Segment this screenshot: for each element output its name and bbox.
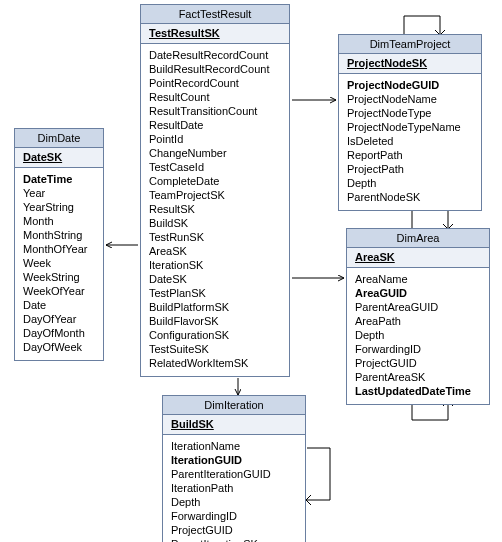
column: AreaGUID xyxy=(355,286,481,300)
column: BuildPlatformSK xyxy=(149,300,281,314)
column: DayOfMonth xyxy=(23,326,95,340)
column: TestCaseId xyxy=(149,160,281,174)
column: WeekString xyxy=(23,270,95,284)
column: TeamProjectSK xyxy=(149,188,281,202)
entity-dimiteration: DimIteration BuildSK IterationNameIterat… xyxy=(162,395,306,542)
entity-columns: ProjectNodeGUIDProjectNodeNameProjectNod… xyxy=(339,74,481,210)
column: Date xyxy=(23,298,95,312)
column: ResultCount xyxy=(149,90,281,104)
column: ParentIterationGUID xyxy=(171,467,297,481)
column: Depth xyxy=(171,495,297,509)
column: ParentAreaSK xyxy=(355,370,481,384)
column: ProjectNodeTypeName xyxy=(347,120,473,134)
column: DayOfYear xyxy=(23,312,95,326)
column: ParentAreaGUID xyxy=(355,300,481,314)
entity-columns: AreaNameAreaGUIDParentAreaGUIDAreaPathDe… xyxy=(347,268,489,404)
column: BuildFlavorSK xyxy=(149,314,281,328)
entity-dimdate: DimDate DateSK DateTimeYearYearStringMon… xyxy=(14,128,104,361)
column: TestRunSK xyxy=(149,230,281,244)
column: ProjectPath xyxy=(347,162,473,176)
column: PointRecordCount xyxy=(149,76,281,90)
column: ProjectNodeType xyxy=(347,106,473,120)
column: DateResultRecordCount xyxy=(149,48,281,62)
column: AreaName xyxy=(355,272,481,286)
column: MonthOfYear xyxy=(23,242,95,256)
entity-pk: AreaSK xyxy=(347,248,489,268)
entity-columns: IterationNameIterationGUIDParentIteratio… xyxy=(163,435,305,542)
column: DateTime xyxy=(23,172,95,186)
column: YearString xyxy=(23,200,95,214)
column: ParentNodeSK xyxy=(347,190,473,204)
column: IterationSK xyxy=(149,258,281,272)
entity-title: DimTeamProject xyxy=(339,35,481,54)
entity-pk: ProjectNodeSK xyxy=(339,54,481,74)
column: ParentIterationSK xyxy=(171,537,297,542)
entity-title: DimDate xyxy=(15,129,103,148)
column: ReportPath xyxy=(347,148,473,162)
column: AreaSK xyxy=(149,244,281,258)
column: PointId xyxy=(149,132,281,146)
column: IterationName xyxy=(171,439,297,453)
entity-pk: DateSK xyxy=(15,148,103,168)
column: TestSuiteSK xyxy=(149,342,281,356)
column: ChangeNumber xyxy=(149,146,281,160)
column: DateSK xyxy=(149,272,281,286)
entity-dimarea: DimArea AreaSK AreaNameAreaGUIDParentAre… xyxy=(346,228,490,405)
column: IterationGUID xyxy=(171,453,297,467)
entity-pk: TestResultSK xyxy=(141,24,289,44)
column: ResultSK xyxy=(149,202,281,216)
column: IsDeleted xyxy=(347,134,473,148)
column: ProjectGUID xyxy=(171,523,297,537)
entity-columns: DateResultRecordCountBuildResultRecordCo… xyxy=(141,44,289,376)
column: Depth xyxy=(347,176,473,190)
column: RelatedWorkItemSK xyxy=(149,356,281,370)
column: MonthString xyxy=(23,228,95,242)
column: BuildResultRecordCount xyxy=(149,62,281,76)
column: ConfigurationSK xyxy=(149,328,281,342)
entity-pk: BuildSK xyxy=(163,415,305,435)
entity-title: FactTestResult xyxy=(141,5,289,24)
column: CompleteDate xyxy=(149,174,281,188)
column: LastUpdatedDateTime xyxy=(355,384,481,398)
column: IterationPath xyxy=(171,481,297,495)
column: BuildSK xyxy=(149,216,281,230)
column: DayOfWeek xyxy=(23,340,95,354)
column: Month xyxy=(23,214,95,228)
column: ResultTransitionCount xyxy=(149,104,281,118)
column: TestPlanSK xyxy=(149,286,281,300)
column: ResultDate xyxy=(149,118,281,132)
column: Depth xyxy=(355,328,481,342)
entity-dimteamproject: DimTeamProject ProjectNodeSK ProjectNode… xyxy=(338,34,482,211)
entity-columns: DateTimeYearYearStringMonthMonthStringMo… xyxy=(15,168,103,360)
entity-title: DimArea xyxy=(347,229,489,248)
entity-title: DimIteration xyxy=(163,396,305,415)
column: WeekOfYear xyxy=(23,284,95,298)
column: Year xyxy=(23,186,95,200)
column: AreaPath xyxy=(355,314,481,328)
entity-facttestresult: FactTestResult TestResultSK DateResultRe… xyxy=(140,4,290,377)
column: ForwardingID xyxy=(171,509,297,523)
column: ForwardingID xyxy=(355,342,481,356)
column: Week xyxy=(23,256,95,270)
column: ProjectNodeName xyxy=(347,92,473,106)
column: ProjectGUID xyxy=(355,356,481,370)
column: ProjectNodeGUID xyxy=(347,78,473,92)
